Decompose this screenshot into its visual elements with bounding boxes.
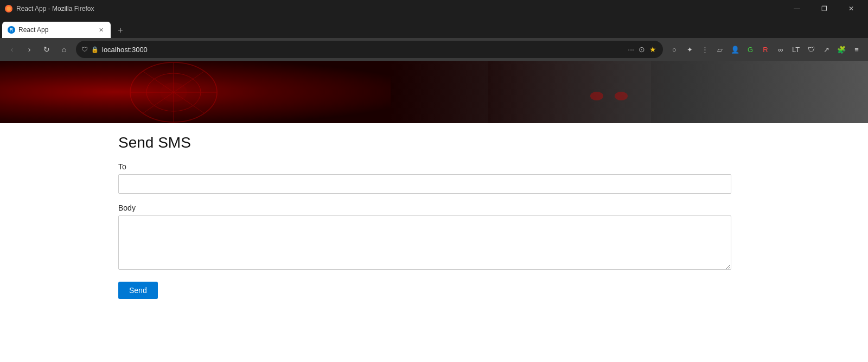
back-button[interactable]: ‹ bbox=[4, 42, 20, 57]
puzzle-icon: 🧩 bbox=[837, 46, 846, 54]
share-icon: ↗ bbox=[824, 46, 829, 54]
forward-icon: › bbox=[28, 45, 31, 54]
to-label: To bbox=[118, 162, 750, 171]
home-button[interactable]: ⌂ bbox=[56, 42, 72, 57]
toolbar-btn-5[interactable]: 👤 bbox=[728, 42, 742, 56]
menu-button[interactable]: ≡ bbox=[850, 42, 864, 56]
svg-rect-9 bbox=[488, 61, 651, 123]
address-input[interactable] bbox=[102, 46, 623, 54]
share-button[interactable]: ↗ bbox=[819, 42, 833, 56]
wrench-icon: ✦ bbox=[687, 46, 693, 54]
more-options-button[interactable]: ··· bbox=[627, 44, 635, 55]
lock-icon: 🔒 bbox=[91, 46, 99, 53]
shield-icon: 🛡 bbox=[81, 46, 88, 53]
grammarly-icon: G bbox=[748, 46, 753, 54]
hamburger-icon: ≡ bbox=[854, 46, 859, 54]
reload-button[interactable]: ↻ bbox=[39, 42, 54, 57]
rect-icon: ▱ bbox=[717, 46, 723, 54]
toolbar-btn-4[interactable]: ▱ bbox=[713, 42, 727, 56]
browser-favicon-icon bbox=[4, 4, 13, 13]
window-title: React App - Mozilla Firefox bbox=[16, 5, 784, 12]
page-content: Send SMS To Body Send bbox=[0, 123, 868, 340]
toolbar-btn-1[interactable]: ○ bbox=[667, 42, 681, 56]
ext-button[interactable]: 🧩 bbox=[834, 42, 848, 56]
page-title: Send SMS bbox=[118, 134, 750, 151]
toolbar-right: ○ ✦ ⋮ ▱ 👤 G R ∞ LT 🛡 ↗ 🧩 ≡ bbox=[667, 42, 864, 56]
to-field-group: To bbox=[118, 162, 750, 194]
svg-point-1 bbox=[7, 7, 11, 11]
browser-header-background bbox=[0, 61, 868, 123]
to-input[interactable] bbox=[118, 174, 731, 194]
browser-chrome: R React App ✕ + ‹ › ↻ ⌂ 🛡 🔒 ··· ⊙ ★ bbox=[0, 17, 868, 123]
os-titlebar: React App - Mozilla Firefox — ❐ ✕ bbox=[0, 0, 868, 17]
infinite-icon: ∞ bbox=[778, 46, 783, 54]
bookmark-button[interactable]: ★ bbox=[648, 44, 658, 55]
languagetool-button[interactable]: LT bbox=[789, 42, 803, 56]
forward-button[interactable]: › bbox=[22, 42, 37, 57]
lines-icon: ⋮ bbox=[701, 46, 709, 54]
address-bar-container: 🛡 🔒 ··· ⊙ ★ bbox=[76, 41, 663, 58]
body-field-group: Body bbox=[118, 204, 750, 272]
minimize-button[interactable]: — bbox=[784, 0, 809, 17]
ublock-button[interactable]: 🛡 bbox=[804, 42, 818, 56]
toolbar-btn-2[interactable]: ✦ bbox=[682, 42, 697, 56]
home-icon: ⌂ bbox=[62, 45, 66, 54]
toolbar-btn-3[interactable]: ⋮ bbox=[698, 42, 712, 56]
body-textarea[interactable] bbox=[118, 215, 731, 270]
svg-point-10 bbox=[590, 92, 603, 100]
address-bar-actions: ··· ⊙ ★ bbox=[627, 44, 658, 55]
reload-icon: ↻ bbox=[43, 45, 50, 54]
close-button[interactable]: ✕ bbox=[839, 0, 864, 17]
grammarly-button[interactable]: G bbox=[743, 42, 757, 56]
infinite-button[interactable]: ∞ bbox=[774, 42, 788, 56]
readwise-icon: R bbox=[763, 46, 768, 54]
active-tab[interactable]: R React App ✕ bbox=[2, 22, 111, 38]
back-icon: ‹ bbox=[11, 45, 14, 54]
anime-decoration bbox=[0, 61, 868, 123]
person-icon: 👤 bbox=[731, 46, 739, 54]
circle-icon: ○ bbox=[672, 46, 676, 54]
tab-bar: R React App ✕ + bbox=[0, 17, 868, 38]
tab-favicon: R bbox=[8, 26, 15, 34]
shield2-icon: 🛡 bbox=[808, 46, 815, 54]
readwise-button[interactable]: R bbox=[758, 42, 773, 56]
send-button[interactable]: Send bbox=[118, 282, 158, 299]
lt-icon: LT bbox=[792, 46, 800, 54]
tab-close-button[interactable]: ✕ bbox=[97, 26, 105, 34]
pocket-button[interactable]: ⊙ bbox=[637, 44, 646, 55]
body-label: Body bbox=[118, 204, 750, 212]
maximize-button[interactable]: ❐ bbox=[812, 0, 837, 17]
navigation-bar: ‹ › ↻ ⌂ 🛡 🔒 ··· ⊙ ★ ○ ✦ ⋮ ▱ 👤 G bbox=[0, 38, 868, 61]
tab-label: React App bbox=[18, 26, 93, 34]
new-tab-button[interactable]: + bbox=[113, 23, 128, 38]
svg-point-11 bbox=[615, 92, 628, 100]
window-controls: — ❐ ✕ bbox=[784, 0, 864, 17]
